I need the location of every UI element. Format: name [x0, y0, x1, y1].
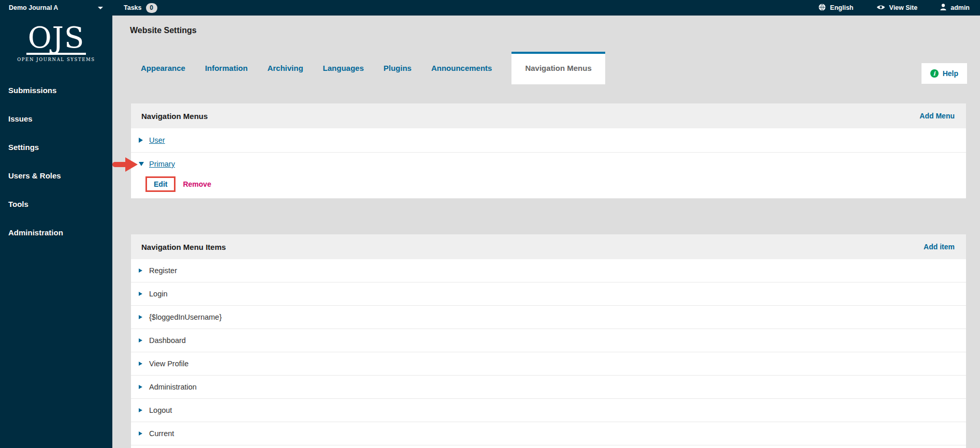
primary-menu-actions: Edit Remove — [131, 175, 966, 198]
expand-triangle-icon[interactable] — [139, 362, 142, 366]
menu-row-primary: Primary Edit Remove — [131, 153, 966, 199]
expand-triangle-icon[interactable] — [139, 431, 142, 436]
help-button[interactable]: i Help — [922, 63, 967, 84]
add-menu-button[interactable]: Add Menu — [919, 112, 955, 120]
ojs-logo: OJS OPEN JOURNAL SYSTEMS — [0, 23, 112, 62]
item-row-current: Current — [131, 422, 966, 445]
sidebar-item-tools[interactable]: Tools — [8, 200, 112, 209]
expand-triangle-icon[interactable] — [139, 138, 143, 143]
language-menu[interactable]: English — [818, 4, 853, 12]
chevron-down-icon — [98, 7, 103, 9]
info-icon: i — [930, 69, 939, 78]
expand-triangle-icon[interactable] — [139, 385, 142, 389]
expand-triangle-icon[interactable] — [139, 268, 142, 273]
sidebar: OJS OPEN JOURNAL SYSTEMS Submissions Iss… — [0, 16, 112, 448]
sidebar-item-settings[interactable]: Settings — [8, 143, 112, 152]
menu-link-primary[interactable]: Primary — [149, 160, 175, 168]
navigation-menu-items-title: Navigation Menu Items — [141, 243, 226, 251]
user-icon — [940, 4, 946, 12]
add-item-button[interactable]: Add item — [924, 243, 955, 251]
collapse-triangle-icon[interactable] — [139, 162, 144, 166]
navigation-menus-panel: Navigation Menus Add Menu User Primary E… — [131, 103, 966, 199]
expand-triangle-icon[interactable] — [139, 292, 142, 296]
journal-name: Demo Journal A — [9, 4, 58, 11]
top-bar: Demo Journal A Tasks 0 English View Site… — [0, 0, 980, 16]
journal-switcher[interactable]: Demo Journal A — [0, 0, 112, 16]
item-row-administration: Administration — [131, 376, 966, 399]
sidebar-item-users-roles[interactable]: Users & Roles — [8, 171, 112, 181]
user-menu[interactable]: admin — [940, 4, 970, 12]
eye-icon — [876, 4, 885, 12]
item-row-login: Login — [131, 282, 966, 306]
navigation-menu-items-panel-header: Navigation Menu Items Add item — [131, 234, 966, 259]
item-row-register: Register — [131, 259, 966, 282]
tab-appearance[interactable]: Appearance — [141, 64, 185, 84]
expand-triangle-icon[interactable] — [139, 408, 142, 412]
annotation-highlight-box: Edit — [145, 176, 175, 192]
remove-menu-button[interactable]: Remove — [183, 180, 211, 188]
page-title: Website Settings — [130, 26, 197, 35]
tab-information[interactable]: Information — [205, 64, 248, 84]
expand-triangle-icon[interactable] — [139, 338, 142, 342]
username-label: admin — [950, 4, 970, 11]
item-row-dashboard: Dashboard — [131, 329, 966, 352]
item-row-loggedinusername: {$loggedInUsername} — [131, 306, 966, 329]
settings-tabbar: Appearance Information Archiving Languag… — [141, 39, 605, 84]
edit-menu-button[interactable]: Edit — [147, 178, 174, 190]
navigation-menus-title: Navigation Menus — [141, 112, 208, 121]
tab-navigation-menus[interactable]: Navigation Menus — [511, 52, 605, 84]
tab-languages[interactable]: Languages — [323, 64, 364, 84]
tab-plugins[interactable]: Plugins — [384, 64, 412, 84]
ojs-logo-tagline: OPEN JOURNAL SYSTEMS — [0, 57, 112, 62]
globe-icon — [818, 4, 826, 12]
help-label: Help — [943, 69, 958, 78]
main-content: Website Settings Appearance Information … — [112, 16, 980, 448]
navigation-menus-panel-header: Navigation Menus Add Menu — [131, 103, 966, 128]
view-site-link[interactable]: View Site — [876, 4, 918, 12]
sidebar-item-submissions[interactable]: Submissions — [8, 86, 112, 95]
navigation-menu-items-panel: Navigation Menu Items Add item Register … — [131, 234, 966, 448]
item-row-view-profile: View Profile — [131, 352, 966, 376]
sidebar-item-issues[interactable]: Issues — [8, 114, 112, 124]
ojs-logo-text: OJS — [26, 23, 86, 55]
tasks-label: Tasks — [124, 4, 142, 11]
menu-link-user[interactable]: User — [149, 136, 165, 144]
tasks-count-badge: 0 — [146, 3, 157, 13]
tab-archiving[interactable]: Archiving — [267, 64, 303, 84]
language-label: English — [830, 4, 853, 11]
expand-triangle-icon[interactable] — [139, 315, 142, 319]
topbar-right-group: English View Site admin — [818, 4, 980, 12]
menu-row-user: User — [131, 128, 966, 153]
sidebar-item-administration[interactable]: Administration — [8, 228, 112, 237]
view-site-label: View Site — [889, 4, 918, 11]
tasks-button[interactable]: Tasks 0 — [124, 3, 157, 13]
tab-announcements[interactable]: Announcements — [431, 64, 492, 84]
sidebar-nav: Submissions Issues Settings Users & Role… — [0, 86, 112, 237]
item-row-logout: Logout — [131, 399, 966, 422]
